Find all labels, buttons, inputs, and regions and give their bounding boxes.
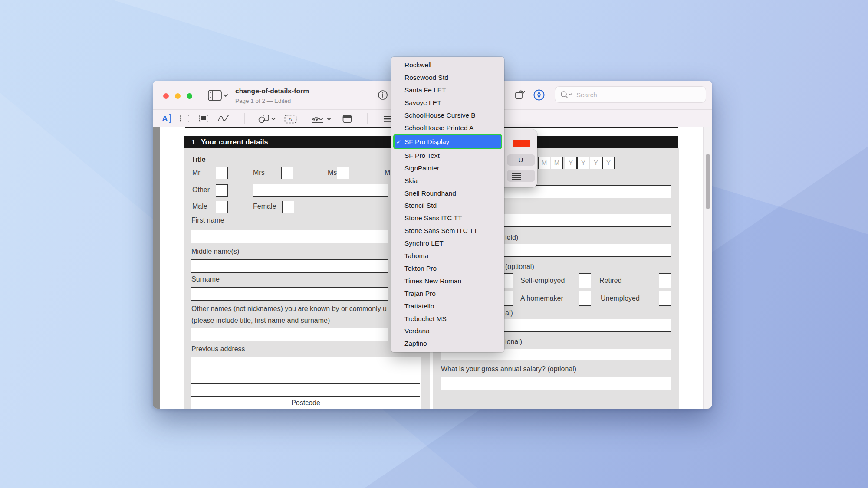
chevron-down-icon [327,118,331,120]
self-employed-checkbox[interactable] [579,273,591,288]
font-menu-item-label: Tahoma [404,252,428,260]
redact-tool-button[interactable] [199,115,208,122]
signature-tool-button[interactable] [311,114,332,124]
font-menu-item[interactable]: Snell Roundhand [391,187,504,200]
font-menu-item[interactable]: Synchro LET [391,237,504,250]
sketch-tool-button[interactable] [217,114,230,123]
mr-checkbox[interactable] [216,167,228,179]
other-names-label-line2: (please include title, first name and su… [191,317,330,324]
font-menu-item[interactable]: Rockwell [391,59,504,72]
underline-style-buttons[interactable]: U [507,154,535,166]
scrollbar-track[interactable] [703,127,712,409]
redact-fill [201,116,206,120]
female-checkbox[interactable] [282,201,294,213]
other-names-field[interactable] [191,328,388,341]
male-label: Male [192,203,207,210]
middle-name-field[interactable] [191,259,388,273]
text-selection-tool-button[interactable]: A [161,113,174,124]
font-menu-item[interactable]: Skia [391,174,504,187]
font-menu-item[interactable]: Times New Roman [391,275,504,287]
date-box[interactable]: Y [577,157,589,169]
info-button[interactable] [378,90,388,100]
font-menu-item[interactable]: ✓SF Pro Display [393,134,502,149]
middle-name-label: Middle name(s) [191,248,239,255]
font-menu-item[interactable]: Trattatello [391,300,504,312]
date-box[interactable]: M [538,157,550,169]
font-menu-item[interactable]: Santa Fe LET [391,84,504,97]
rectangular-selection-tool-button[interactable] [180,115,189,122]
date-box[interactable]: Y [590,157,602,169]
date-box[interactable]: Y [602,157,615,169]
font-menu-item-label: Snell Roundhand [404,190,456,197]
markup-pen-icon [533,89,545,101]
zoom-window-button[interactable] [187,93,192,99]
text-color-swatch-button[interactable] [513,140,530,147]
ms-checkbox[interactable] [337,167,349,179]
font-menu-item-label: Times New Roman [404,277,461,285]
font-menu-item[interactable]: Tahoma [391,250,504,262]
note-tool-button[interactable] [342,115,352,123]
font-menu-item-label: Trajan Pro [404,290,436,298]
close-window-button[interactable] [163,93,169,99]
other-title-field[interactable] [253,184,388,197]
font-menu-item[interactable]: Trebuchet MS [391,312,504,325]
unemployed-checkbox[interactable] [659,291,671,306]
markup-toolbar-button[interactable] [533,89,545,101]
signature-icon [311,114,332,124]
title-group-label: Title [191,156,206,164]
search-input[interactable]: Search [555,86,706,103]
font-menu-item[interactable]: Tekton Pro [391,262,504,275]
text-select-icon: A [161,113,174,124]
font-menu-item[interactable]: Verdana [391,325,504,337]
font-menu-item-label: SchoolHouse Cursive B [404,111,476,119]
font-menu-item[interactable]: Zapfino [391,337,504,350]
date-box[interactable]: Y [565,157,577,169]
note-icon [342,115,352,123]
surname-field[interactable] [191,287,388,301]
font-menu-item-label: Stencil Std [404,202,437,210]
font-menu-item[interactable]: SignPainter [391,162,504,174]
font-menu-item-label: Trebuchet MS [404,315,447,323]
font-menu-item-label: Synchro LET [404,239,444,247]
font-menu-item[interactable]: SchoolHouse Cursive B [391,109,504,122]
svg-text:A: A [289,116,293,123]
mrs-checkbox[interactable] [281,167,293,179]
other-title-checkbox[interactable] [216,184,228,197]
font-menu-item[interactable]: SchoolHouse Printed A [391,122,504,134]
date-box[interactable]: M [551,157,563,169]
address-row-divider [191,383,420,384]
font-menu-item[interactable]: Savoye LET [391,97,504,109]
rotate-button[interactable] [514,88,526,101]
female-label: Female [253,203,276,210]
font-dropdown-menu: RockwellRosewood StdSanta Fe LETSavoye L… [391,57,504,352]
font-menu-item[interactable]: Rosewood Std [391,72,504,84]
scrollbar-thumb[interactable] [706,154,710,209]
other-names-label-line1: Other names (not nicknames) you are know… [191,305,391,313]
font-menu-item[interactable]: Stone Sans ITC TT [391,212,504,225]
checkmark-icon: ✓ [395,138,404,145]
minimize-window-button[interactable] [175,93,181,99]
font-menu-item[interactable]: SF Pro Text [391,149,504,162]
font-menu-item-label: Stone Sans ITC TT [404,214,462,222]
chevron-down-icon [272,118,275,120]
previous-address-box[interactable]: Postcode [191,357,421,409]
homemaker-checkbox[interactable] [579,291,591,306]
male-checkbox[interactable] [216,201,228,213]
font-menu-item-label: Skia [404,177,418,185]
underline-button[interactable]: U [515,156,527,164]
first-name-field[interactable] [191,230,388,243]
sidebar-toggle-button[interactable] [207,89,228,102]
font-menu-item-label: SchoolHouse Printed A [404,124,473,132]
retired-checkbox[interactable] [659,273,671,288]
section-title: Your current details [201,138,268,146]
alignment-button[interactable] [507,170,535,182]
text-box-tool-button[interactable]: A [284,115,297,124]
font-menu-item[interactable]: Stone Sans Sem ITC TT [391,225,504,237]
salary-field[interactable] [441,377,671,390]
salary-label: What is your gross annual salary? (optio… [441,365,576,373]
shapes-icon [258,114,277,124]
font-menu-item[interactable]: Stencil Std [391,200,504,212]
search-placeholder: Search [576,91,597,98]
shapes-tool-button[interactable] [258,114,277,124]
font-menu-item[interactable]: Trajan Pro [391,287,504,300]
